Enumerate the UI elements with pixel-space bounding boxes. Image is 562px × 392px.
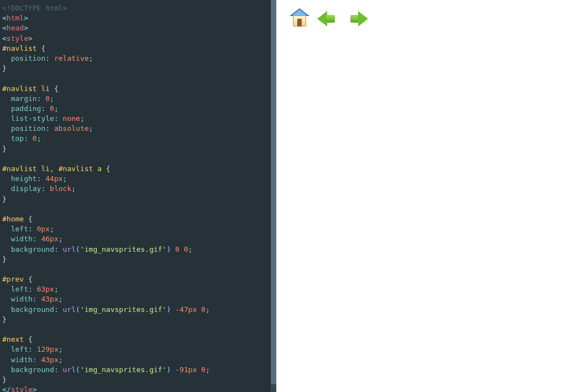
scrollbar[interactable]: [271, 0, 276, 392]
code-content: <!DOCTYPE html> <html> <head> <style> #n…: [2, 3, 274, 392]
nav-next[interactable]: [345, 7, 369, 31]
nav-home-link[interactable]: [287, 7, 312, 31]
nav-home[interactable]: [287, 7, 312, 31]
nav-next-link[interactable]: [345, 7, 369, 31]
nav-list: [276, 0, 562, 13]
nav-prev-link[interactable]: [316, 7, 340, 31]
preview-pane: [276, 0, 562, 392]
scrollbar-thumb[interactable]: [271, 0, 276, 384]
code-editor[interactable]: <!DOCTYPE html> <html> <head> <style> #n…: [0, 0, 276, 392]
doctype: <!DOCTYPE html>: [2, 4, 67, 12]
nav-prev[interactable]: [316, 7, 340, 31]
